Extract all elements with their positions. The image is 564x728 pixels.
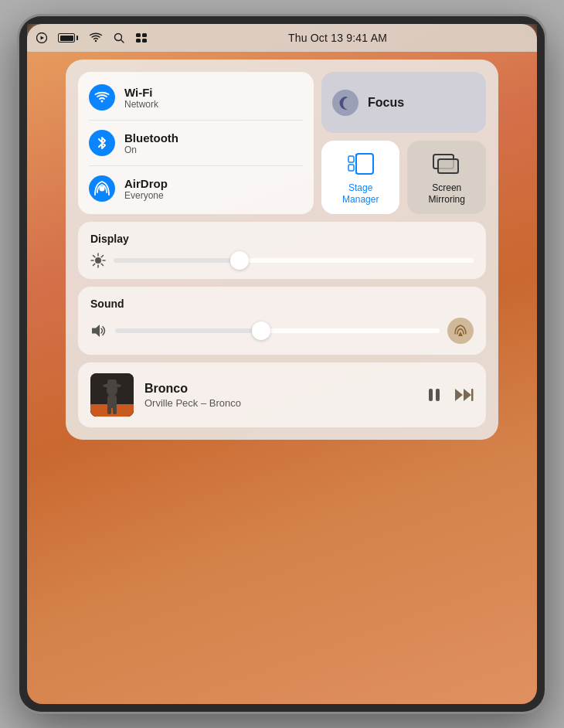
svg-rect-11 bbox=[348, 165, 354, 171]
svg-rect-31 bbox=[107, 396, 117, 408]
play-icon[interactable] bbox=[36, 32, 47, 43]
brightness-slider[interactable] bbox=[114, 258, 474, 263]
airdrop-title: AirDrop bbox=[124, 177, 168, 190]
brightness-slider-row bbox=[90, 253, 474, 268]
screen-mirroring-icon bbox=[433, 150, 460, 178]
svg-rect-4 bbox=[136, 33, 141, 37]
svg-rect-30 bbox=[107, 379, 117, 387]
stage-manager-label: Stage Manager bbox=[331, 182, 391, 205]
svg-rect-34 bbox=[429, 389, 433, 401]
divider-2 bbox=[89, 165, 303, 166]
wifi-text: Wi-Fi Network bbox=[124, 86, 158, 110]
svg-marker-25 bbox=[458, 332, 463, 336]
svg-marker-1 bbox=[41, 36, 45, 40]
svg-rect-33 bbox=[113, 407, 117, 414]
airdrop-item[interactable]: AirDrop Everyone bbox=[89, 172, 303, 205]
screen-mirroring-tile[interactable]: Screen Mirroring bbox=[407, 141, 486, 214]
pause-button[interactable] bbox=[426, 386, 443, 403]
menu-bar: Thu Oct 13 9:41 AM bbox=[27, 24, 537, 52]
divider-1 bbox=[89, 120, 303, 121]
svg-line-20 bbox=[93, 256, 95, 257]
airdrop-circle-icon bbox=[89, 175, 115, 202]
volume-icon bbox=[90, 324, 107, 338]
svg-line-23 bbox=[93, 264, 95, 265]
album-art-image bbox=[90, 373, 134, 417]
bluetooth-circle-icon bbox=[89, 130, 115, 156]
airdrop-subtitle: Everyone bbox=[124, 190, 168, 201]
svg-rect-32 bbox=[107, 407, 111, 414]
right-column: Focus bbox=[321, 72, 486, 214]
wifi-subtitle: Network bbox=[124, 99, 158, 110]
control-center-icon[interactable] bbox=[135, 32, 148, 43]
connectivity-tile[interactable]: Wi-Fi Network Bluetooth bbox=[78, 72, 314, 214]
svg-marker-24 bbox=[92, 325, 100, 337]
svg-line-21 bbox=[101, 264, 103, 265]
svg-marker-36 bbox=[455, 389, 463, 401]
datetime-text: Thu Oct 13 9:41 AM bbox=[288, 32, 387, 44]
svg-rect-6 bbox=[136, 39, 141, 43]
svg-line-3 bbox=[121, 40, 124, 43]
wifi-circle-icon bbox=[89, 84, 115, 111]
brightness-icon bbox=[90, 253, 106, 268]
bluetooth-item[interactable]: Bluetooth On bbox=[89, 127, 303, 159]
wifi-item[interactable]: Wi-Fi Network bbox=[89, 81, 303, 114]
track-title: Bronco bbox=[144, 382, 415, 396]
airdrop-text: AirDrop Everyone bbox=[124, 177, 168, 201]
svg-rect-38 bbox=[471, 389, 474, 401]
display-section: Display bbox=[78, 222, 486, 279]
svg-marker-37 bbox=[464, 389, 471, 401]
album-art bbox=[90, 373, 134, 417]
track-info: Bronco Orville Peck – Bronco bbox=[144, 382, 415, 409]
display-label: Display bbox=[90, 233, 474, 245]
focus-moon-icon bbox=[332, 90, 358, 116]
svg-rect-10 bbox=[348, 156, 354, 162]
sound-section: Sound bbox=[78, 287, 486, 355]
menu-bar-datetime: Thu Oct 13 9:41 AM bbox=[148, 32, 528, 44]
svg-rect-14 bbox=[438, 159, 458, 173]
playback-controls bbox=[426, 386, 474, 403]
svg-rect-9 bbox=[356, 154, 373, 174]
svg-line-22 bbox=[101, 256, 103, 257]
top-row: Wi-Fi Network Bluetooth bbox=[78, 72, 486, 214]
track-artist: Orville Peck – Bronco bbox=[144, 397, 415, 409]
svg-point-8 bbox=[100, 186, 105, 192]
sound-label: Sound bbox=[90, 298, 474, 310]
screen-mirroring-label: Screen Mirroring bbox=[416, 182, 477, 205]
search-icon[interactable] bbox=[114, 32, 124, 43]
volume-slider-row bbox=[90, 318, 474, 344]
svg-rect-7 bbox=[142, 39, 147, 43]
volume-slider[interactable] bbox=[115, 328, 440, 333]
wifi-title: Wi-Fi bbox=[124, 86, 158, 99]
menu-bar-left bbox=[36, 32, 148, 43]
control-center-panel: Wi-Fi Network Bluetooth bbox=[66, 60, 498, 440]
device-frame: Thu Oct 13 9:41 AM bbox=[19, 16, 545, 712]
svg-point-15 bbox=[95, 257, 101, 264]
bluetooth-subtitle: On bbox=[124, 145, 178, 155]
focus-tile[interactable]: Focus bbox=[321, 72, 486, 133]
svg-rect-5 bbox=[142, 33, 147, 37]
focus-label: Focus bbox=[368, 96, 404, 110]
bluetooth-title: Bluetooth bbox=[124, 131, 178, 145]
forward-button[interactable] bbox=[454, 386, 474, 403]
screen: Thu Oct 13 9:41 AM bbox=[27, 24, 537, 704]
airplay-button[interactable] bbox=[447, 318, 474, 344]
now-playing-section: Bronco Orville Peck – Bronco bbox=[78, 362, 486, 427]
wifi-icon[interactable] bbox=[89, 32, 103, 43]
bluetooth-text: Bluetooth On bbox=[124, 131, 178, 155]
stage-manager-icon bbox=[347, 150, 375, 178]
battery-icon bbox=[58, 33, 78, 43]
svg-rect-35 bbox=[436, 389, 440, 401]
stage-manager-tile[interactable]: Stage Manager bbox=[321, 141, 400, 214]
bottom-tiles: Stage Manager Screen Mirroring bbox=[321, 141, 486, 214]
